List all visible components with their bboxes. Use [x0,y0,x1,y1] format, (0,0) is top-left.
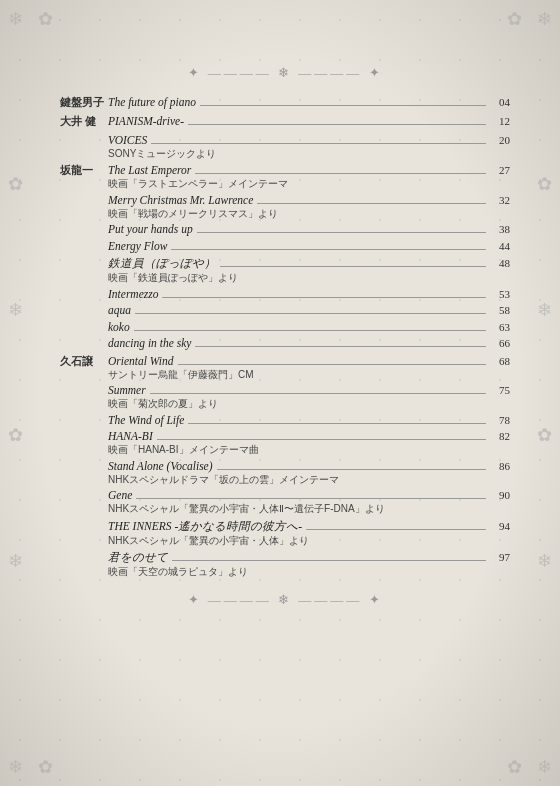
snowflake-decor: ❄ [537,550,552,572]
track-item: 大井 健PIANISM-drive-12 [60,114,510,130]
track-subtitle: 映画「戦場のメリークリスマス」より [108,207,510,220]
track-subtitle: サントリー烏龍「伊藤薇門」CM [108,368,510,381]
track-title-block: The Last Emperor27映画「ラストエンペラー」メインテーマ [108,164,510,190]
track-title-block: Oriental Wind68サントリー烏龍「伊藤薇門」CM [108,355,510,381]
snowflake-decor: ❄ [8,550,23,572]
track-main-row: Energy Flow44 [108,240,510,253]
track-dots [200,105,486,106]
track-number: 97 [490,551,510,563]
main-content: ✦ ———— ❄ ———— ✦ 鍵盤男子The future of piano0… [60,65,510,721]
track-title: 鉄道員（ぽっぽや） [108,256,216,271]
snowflake-decor: ❄ [537,299,552,321]
track-item: 久石譲Oriental Wind68サントリー烏龍「伊藤薇門」CM [60,354,510,381]
track-title-block: Summer75映画「菊次郎の夏」より [108,384,510,410]
track-title: Stand Alone (Vocalise) [108,460,213,472]
track-dots [188,423,486,424]
bottom-ornament: ✦ ———— ❄ ———— ✦ [60,592,510,608]
track-dots [195,346,486,347]
track-title-block: Energy Flow44 [108,240,510,253]
track-dots [178,364,487,365]
track-main-row: dancing in the sky66 [108,337,510,350]
track-title-block: HANA-BI82映画「HANA-BI」メインテーマ曲 [108,430,510,456]
track-dots [197,232,486,233]
track-title-block: aqua58 [108,304,510,317]
track-item: 坂龍一The Last Emperor27映画「ラストエンペラー」メインテーマ [60,163,510,190]
track-dots [217,469,486,470]
track-main-row: 鉄道員（ぽっぽや）48 [108,256,510,271]
track-number: 58 [490,304,510,316]
track-item: THE INNERS -遙かなる時間の彼方へ-94NHKスペシャル「驚異の小宇宙… [60,519,510,547]
track-number: 68 [490,355,510,367]
track-title: THE INNERS -遙かなる時間の彼方へ- [108,519,302,534]
track-title: koko [108,321,130,333]
snowflake-decor: ✿ [537,173,552,195]
track-title: The future of piano [108,96,196,108]
track-title-block: The Wind of Life78 [108,414,510,427]
track-item: VOICES20SONYミュージックより [60,134,510,160]
track-artist: 鍵盤男子 [60,95,108,111]
track-main-row: aqua58 [108,304,510,317]
track-main-row: Oriental Wind68 [108,355,510,368]
track-subtitle: NHKスペシャルドラマ「坂の上の雲」メインテーマ [108,473,510,486]
track-main-row: 君をのせて97 [108,550,510,565]
track-item: koko63 [60,321,510,334]
track-title-block: Gene90NHKスペシャル「驚異の小宇宙・人体Ⅱ〜遺伝子F-DNA」より [108,489,510,515]
track-number: 32 [490,194,510,206]
track-main-row: Gene90 [108,489,510,502]
track-number: 38 [490,223,510,235]
track-title: Summer [108,384,146,396]
track-number: 12 [490,115,510,127]
track-subtitle: 映画「鉄道員ぽっぽや」より [108,271,510,284]
snowflake-decor: ❄ [537,8,552,30]
track-item: Stand Alone (Vocalise)86NHKスペシャルドラマ「坂の上の… [60,460,510,486]
track-dots [150,393,486,394]
track-dots [306,529,486,530]
track-main-row: Merry Christmas Mr. Lawrence32 [108,194,510,207]
track-number: 04 [490,96,510,108]
track-item: Gene90NHKスペシャル「驚異の小宇宙・人体Ⅱ〜遺伝子F-DNA」より [60,489,510,515]
track-title-block: VOICES20SONYミュージックより [108,134,510,160]
track-title-block: Intermezzo53 [108,288,510,301]
track-main-row: THE INNERS -遙かなる時間の彼方へ-94 [108,519,510,534]
track-title: The Last Emperor [108,164,191,176]
track-title-block: THE INNERS -遙かなる時間の彼方へ-94NHKスペシャル「驚異の小宇宙… [108,519,510,547]
track-subtitle: 映画「ラストエンペラー」メインテーマ [108,177,510,190]
track-item: 鍵盤男子The future of piano04 [60,95,510,111]
track-number: 78 [490,414,510,426]
track-title: VOICES [108,134,147,146]
track-main-row: Summer75 [108,384,510,397]
track-title: The Wind of Life [108,414,184,426]
track-number: 20 [490,134,510,146]
track-title-block: Merry Christmas Mr. Lawrence32映画「戦場のメリーク… [108,194,510,220]
track-main-row: HANA-BI82 [108,430,510,443]
track-subtitle: NHKスペシャル「驚異の小宇宙・人体Ⅱ〜遺伝子F-DNA」より [108,502,510,515]
track-item: 君をのせて97映画「天空の城ラピュタ」より [60,550,510,578]
track-title-block: dancing in the sky66 [108,337,510,350]
track-title: aqua [108,304,131,316]
track-dots [257,203,486,204]
track-title: Put your hands up [108,223,193,235]
snowflake-decor: ❄ [8,299,23,321]
track-main-row: The Last Emperor27 [108,164,510,177]
track-main-row: VOICES20 [108,134,510,147]
track-item: HANA-BI82映画「HANA-BI」メインテーマ曲 [60,430,510,456]
track-item: 鉄道員（ぽっぽや）48映画「鉄道員ぽっぽや」より [60,256,510,284]
track-title: Oriental Wind [108,355,174,367]
snowflake-decor: ✿ [38,756,53,778]
track-dots [171,249,486,250]
track-item: The Wind of Life78 [60,414,510,427]
track-item: Energy Flow44 [60,240,510,253]
snowflake-decor: ❄ [8,8,23,30]
track-main-row: Put your hands up38 [108,223,510,236]
track-title: Merry Christmas Mr. Lawrence [108,194,253,206]
track-list: 鍵盤男子The future of piano04大井 健PIANISM-dri… [60,95,510,578]
track-title: 君をのせて [108,550,168,565]
track-dots [157,439,486,440]
track-dots [134,330,486,331]
track-number: 75 [490,384,510,396]
snowflake-decor: ✿ [537,424,552,446]
track-main-row: Intermezzo53 [108,288,510,301]
track-artist: 坂龍一 [60,163,108,179]
track-number: 27 [490,164,510,176]
track-number: 53 [490,288,510,300]
